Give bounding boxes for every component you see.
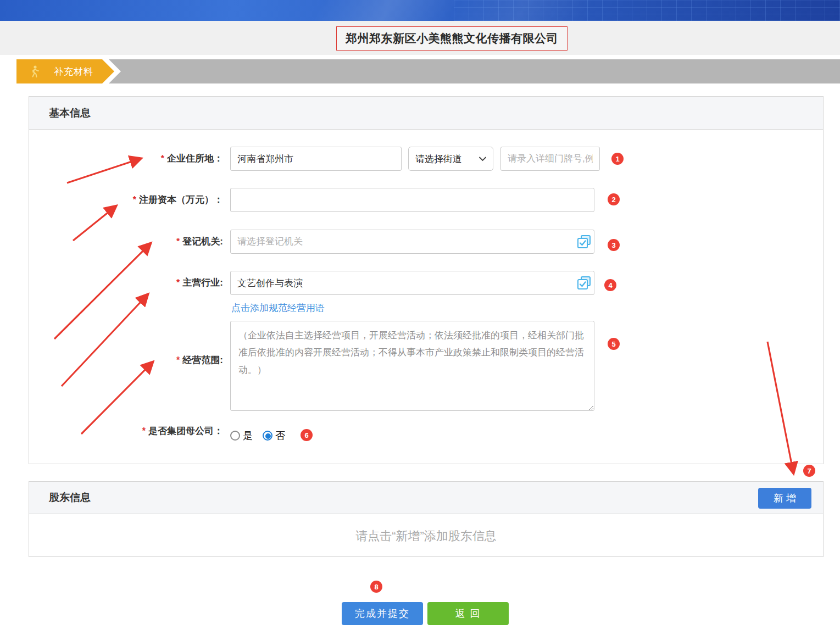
basic-info-title: 基本信息 [49,106,91,120]
group-radio-group: 是 否 [230,428,285,443]
back-button[interactable]: 返 回 [427,602,509,625]
scope-label: *经营范围: [29,348,223,372]
annotation-badge-6: 6 [301,429,313,441]
capital-label: *注册资本（万元）： [29,188,223,212]
industry-label: *主营行业: [29,271,223,295]
required-asterisk: * [176,278,180,287]
industry-input[interactable] [230,271,594,295]
authority-label: *登记机关: [29,230,223,254]
annotation-badge-7: 7 [803,465,815,477]
industry-picker-icon[interactable] [576,275,592,291]
capital-input[interactable] [230,188,594,212]
annotation-badge-4: 4 [604,279,616,291]
radio-option-yes[interactable]: 是 [230,429,253,442]
shareholders-header: 股东信息 新 增 [29,482,823,514]
submit-button[interactable]: 完成并提交 [342,602,423,625]
required-asterisk: * [142,426,146,436]
annotation-badge-1: 1 [611,153,624,165]
address-label: *企业住所地： [29,147,223,171]
chevron-down-icon [479,157,486,161]
authority-input[interactable] [230,230,594,254]
shareholders-title: 股东信息 [49,491,91,505]
radio-circle-no[interactable] [263,431,272,441]
address-detail-input[interactable] [500,147,600,171]
walking-person-icon [29,65,41,78]
title-bar: 郑州郑东新区小美熊熊文化传播有限公司 [0,21,840,55]
required-asterisk: * [133,195,136,204]
add-standard-terms-link[interactable]: 点击添加规范经营用语 [231,302,325,314]
page: 郑州郑东新区小美熊熊文化传播有限公司 补充材料 基本信息 *企业住所地： 请选择… [0,0,840,635]
radio-label-yes: 是 [243,429,253,442]
basic-info-panel: 基本信息 *企业住所地： 请选择街道 *注册资本（万元）： *登记机关: [29,96,824,464]
radio-circle-yes[interactable] [230,431,240,441]
required-asterisk: * [176,355,180,365]
step-tab-supplement[interactable]: 补充材料 [16,59,114,83]
radio-label-no: 否 [275,429,285,442]
annotation-badge-8: 8 [370,581,382,593]
scope-textarea[interactable] [230,321,594,411]
annotation-badge-5: 5 [608,338,620,350]
shareholders-empty-hint: 请点击“新增”添加股东信息 [29,528,823,544]
basic-info-header: 基本信息 [29,97,823,130]
annotation-badge-2: 2 [608,193,620,205]
required-asterisk: * [161,154,164,163]
street-select-value: 请选择街道 [415,153,462,165]
required-asterisk: * [176,237,180,246]
add-shareholder-button[interactable]: 新 增 [758,488,811,509]
top-banner [0,0,840,21]
street-select[interactable]: 请选择街道 [408,147,493,171]
address-city-input[interactable] [230,147,402,171]
step-bar: 补充材料 [16,59,840,83]
step-tab-label: 补充材料 [54,65,93,78]
company-name: 郑州郑东新区小美熊熊文化传播有限公司 [346,31,558,46]
group-label: *是否集团母公司： [29,424,223,439]
annotation-badge-3: 3 [608,239,620,251]
company-name-box: 郑州郑东新区小美熊熊文化传播有限公司 [336,26,568,51]
authority-picker-icon[interactable] [576,234,592,249]
radio-option-no[interactable]: 否 [263,429,285,442]
banner-streak-decoration [0,0,840,21]
shareholders-panel: 股东信息 新 增 请点击“新增”添加股东信息 [29,481,824,557]
